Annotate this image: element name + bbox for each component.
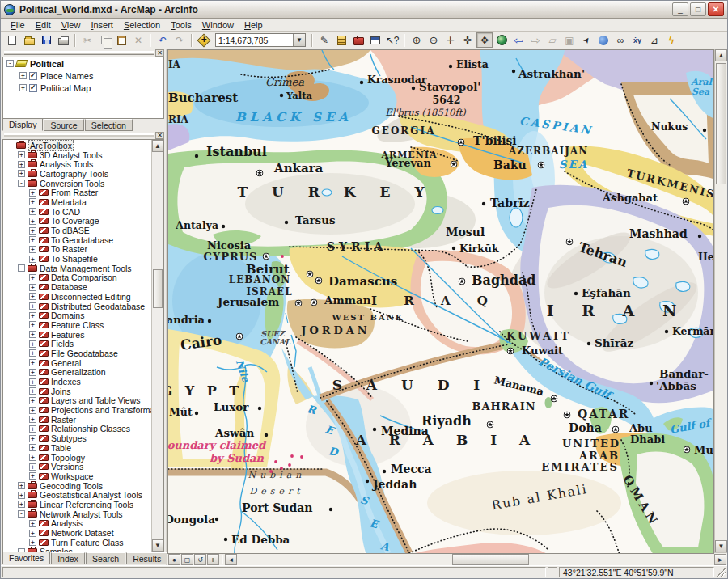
- toolbox-item-label[interactable]: Cartography Tools: [40, 169, 108, 179]
- toolbox-item-layers-and-table-views[interactable]: +Layers and Table Views: [5, 396, 150, 406]
- toolbox-item-file-geodatabase[interactable]: +File Geodatabase: [5, 349, 150, 358]
- refresh-view-button[interactable]: ↺: [194, 554, 206, 565]
- expand-icon[interactable]: +: [29, 189, 36, 197]
- toolbox-item-label[interactable]: Versions: [51, 462, 83, 471]
- add-data-button[interactable]: [196, 32, 212, 48]
- toolbox-item-indexes[interactable]: +Indexes: [5, 377, 150, 387]
- save-button[interactable]: [38, 32, 54, 48]
- redo-button[interactable]: ↷: [171, 32, 188, 48]
- expand-icon[interactable]: +: [18, 492, 25, 499]
- toc-layer-political-map[interactable]: +Political Map: [3, 82, 163, 94]
- toc-close-icon[interactable]: ✕: [155, 49, 164, 57]
- expand-icon[interactable]: +: [29, 454, 36, 461]
- toolbox-item-relationship-classes[interactable]: +Relationship Classes: [5, 425, 150, 434]
- forward-extent-button[interactable]: ⇨: [527, 32, 544, 48]
- toolbox-item-label[interactable]: Network Dataset: [51, 528, 114, 538]
- expand-icon[interactable]: +: [19, 72, 27, 79]
- toolbox-item-workspace[interactable]: +Workspace: [5, 471, 150, 481]
- fixed-zoom-in-button[interactable]: ✛: [442, 32, 459, 48]
- toolbox-item-network-analyst-tools[interactable]: -Network Analyst Tools: [5, 509, 150, 519]
- toolbox-item-to-shapefile[interactable]: +To Shapefile: [5, 254, 150, 264]
- toolbox-item-geocoding-tools[interactable]: +Geocoding Tools: [5, 481, 150, 491]
- toolbox-item-raster[interactable]: +Raster: [5, 415, 150, 425]
- toolbox-item-to-cad[interactable]: +To CAD: [5, 207, 150, 217]
- maximize-button[interactable]: □: [690, 2, 706, 16]
- chevron-down-icon[interactable]: ▼: [293, 34, 305, 46]
- data-view-button[interactable]: ●: [168, 554, 180, 565]
- zoom-in-button[interactable]: ⊕: [408, 32, 425, 48]
- toolbox-item-topology[interactable]: +Topology: [5, 453, 150, 463]
- undo-button[interactable]: ↶: [154, 32, 171, 48]
- toolbox-item-label[interactable]: To CAD: [51, 207, 80, 217]
- toolbox-item-label[interactable]: Geocoding Tools: [40, 481, 103, 491]
- expand-icon[interactable]: +: [29, 246, 36, 253]
- toolbox-item-label[interactable]: Generalization: [51, 367, 106, 377]
- toolbox-item-general[interactable]: +General: [5, 358, 150, 368]
- toolbox-item-label[interactable]: Domains: [51, 311, 84, 320]
- toolbox-item-to-dbase[interactable]: +To dBASE: [5, 226, 150, 235]
- toolbox-item-subtypes[interactable]: +Subtypes: [5, 433, 150, 443]
- layer-checkbox[interactable]: [29, 84, 37, 92]
- copy-button[interactable]: [96, 32, 112, 48]
- go-to-xy-button[interactable]: ẋy: [629, 32, 645, 48]
- toc-layer-place-names[interactable]: +Place Names: [3, 70, 163, 82]
- toolbox-item-label[interactable]: Indexes: [51, 377, 81, 387]
- toolbox-item-geostatistical-analyst-tools[interactable]: +Geostatistical Analyst Tools: [5, 490, 150, 500]
- tab-selection[interactable]: Selection: [85, 119, 133, 131]
- expand-icon[interactable]: +: [18, 161, 25, 168]
- menu-help[interactable]: Help: [239, 19, 268, 31]
- toolbox-item-domains[interactable]: +Domains: [5, 311, 150, 320]
- toolbox-item-from-raster[interactable]: +From Raster: [5, 188, 150, 197]
- scroll-left-icon[interactable]: ◄: [225, 554, 237, 565]
- delete-button[interactable]: ✕: [130, 32, 146, 48]
- menu-file[interactable]: File: [6, 19, 30, 31]
- find-button[interactable]: ∞: [612, 32, 629, 48]
- toolbox-item-distributed-geodatabase[interactable]: +Distributed Geodatabase: [5, 302, 150, 311]
- toolbox-item-label[interactable]: Conversion Tools: [40, 179, 104, 188]
- resize-grip[interactable]: [716, 568, 726, 577]
- expand-icon[interactable]: +: [29, 407, 36, 414]
- expand-icon[interactable]: +: [29, 472, 36, 480]
- expand-icon[interactable]: +: [29, 349, 36, 357]
- toolbox-item-label[interactable]: Analysis: [51, 518, 83, 528]
- expand-icon[interactable]: +: [29, 397, 36, 404]
- new-document-button[interactable]: [4, 32, 20, 48]
- toc-root-label[interactable]: Political: [30, 59, 64, 69]
- map-horizontal-scrollbar[interactable]: ●▢↺‖ ◄ ►: [167, 552, 727, 565]
- paste-button[interactable]: [113, 32, 129, 48]
- toolbox-item-3d-analyst-tools[interactable]: +3D Analyst Tools: [5, 150, 150, 160]
- menu-insert[interactable]: Insert: [86, 19, 118, 31]
- expand-icon[interactable]: +: [29, 378, 36, 386]
- arctoolbox-grip[interactable]: ✕: [1, 132, 166, 139]
- expand-icon[interactable]: +: [29, 284, 36, 291]
- toolbox-item-label[interactable]: To Geodatabase: [51, 235, 113, 245]
- hyperlink-button[interactable]: ϟ: [663, 32, 679, 48]
- toolbox-item-linear-referencing-tools[interactable]: +Linear Referencing Tools: [5, 500, 150, 509]
- expand-icon[interactable]: +: [29, 539, 36, 546]
- expand-icon[interactable]: +: [29, 208, 36, 215]
- zoom-out-button[interactable]: ⊖: [425, 32, 442, 48]
- map-scale-combobox[interactable]: 1:14,673,785▼: [215, 33, 306, 47]
- command-line-button[interactable]: [367, 32, 383, 48]
- tab-display[interactable]: Display: [2, 119, 43, 131]
- expand-icon[interactable]: +: [29, 359, 36, 366]
- toolbox-item-label[interactable]: To dBASE: [51, 226, 90, 235]
- layer-checkbox[interactable]: [29, 72, 37, 80]
- toolbox-item-arctoolbox[interactable]: ArcToolbox: [5, 141, 150, 150]
- expand-icon[interactable]: +: [29, 425, 36, 433]
- toolbox-item-cartography-tools[interactable]: +Cartography Tools: [5, 169, 150, 179]
- menu-selection[interactable]: Selection: [119, 19, 165, 31]
- scroll-down-icon[interactable]: ▼: [715, 540, 727, 552]
- expand-icon[interactable]: +: [29, 530, 36, 537]
- toolbox-item-to-geodatabase[interactable]: +To Geodatabase: [5, 235, 150, 245]
- toolbox-item-features[interactable]: +Features: [5, 330, 150, 340]
- toolbox-item-label[interactable]: Layers and Table Views: [51, 395, 141, 405]
- toolbox-item-label[interactable]: Relationship Classes: [51, 424, 130, 433]
- expand-icon[interactable]: +: [29, 321, 36, 328]
- toolbox-item-label[interactable]: Features: [51, 330, 84, 340]
- arctoolbox-scrollbar[interactable]: ▲ ▼: [151, 140, 163, 552]
- layer-label[interactable]: Political Map: [40, 83, 91, 93]
- arctoolbox-close-icon[interactable]: ✕: [155, 132, 164, 139]
- toolbox-item-projections-and-transformations[interactable]: +Projections and Transformations: [5, 405, 150, 415]
- toolbox-item-metadata[interactable]: +Metadata: [5, 197, 150, 207]
